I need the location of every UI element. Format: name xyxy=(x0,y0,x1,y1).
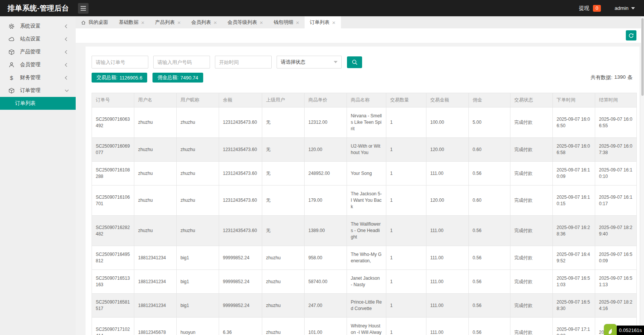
table-cell: SC25090716513163 xyxy=(92,270,134,294)
column-header: 交易金额 xyxy=(426,93,469,108)
search-icon xyxy=(352,59,358,65)
withdraw-count-badge[interactable]: 0 xyxy=(593,5,601,12)
table-row: SC2509071658151718812341234big199999852.… xyxy=(92,294,637,318)
table-cell: zhuzhu xyxy=(177,108,219,138)
table-cell: SC25090716495812 xyxy=(92,246,134,270)
table-cell: 0.56 xyxy=(469,216,510,246)
refresh-button[interactable] xyxy=(626,30,636,41)
table-cell: 无 xyxy=(262,108,305,138)
table-cell: 完成付款 xyxy=(510,270,553,294)
table-cell: zhuzhu xyxy=(134,162,177,185)
table-cell: 完成付款 xyxy=(510,294,553,318)
tab-close-icon[interactable]: × xyxy=(141,20,145,25)
table-row: SC25090716106701zhuzhuzhuzhu12312435473.… xyxy=(92,185,637,216)
withdraw-link[interactable]: 提现 xyxy=(579,5,589,12)
table-cell: The Who-My Generation, xyxy=(347,246,386,270)
table-cell: 12312.00 xyxy=(305,108,347,138)
table-cell: 111.00 xyxy=(426,246,469,270)
sidebar-item-member[interactable]: 会员管理 xyxy=(0,58,76,71)
sidebar-item-order[interactable]: 订单管理 xyxy=(0,84,76,97)
table-cell: 179.00 xyxy=(305,185,347,216)
sidebar-subitem-label: 订单列表 xyxy=(15,100,36,107)
tab-label: 钱包明细 xyxy=(274,19,293,26)
tab-desktop[interactable]: 我的桌面 xyxy=(76,16,114,28)
table-cell: 111.00 xyxy=(426,216,469,246)
tab-wallet-detail[interactable]: 钱包明细× xyxy=(268,16,305,28)
table-cell: 248952.00 xyxy=(305,162,347,185)
table-cell: 无 xyxy=(262,162,305,185)
table-cell: SC25090717102414 xyxy=(92,318,134,335)
cloud-icon xyxy=(8,36,15,42)
tab-close-icon[interactable]: × xyxy=(296,20,299,25)
table-cell: zhuzhu xyxy=(177,162,219,185)
chevron-down-icon xyxy=(65,88,69,92)
table-cell: 1 xyxy=(386,162,426,185)
sidebar: 系统设置站点设置产品管理会员管理$财务管理订单管理订单列表 xyxy=(0,16,76,335)
commission-total-badge[interactable]: 佣金总额: 7490.74 xyxy=(152,73,203,83)
table-cell: 2025-09-07 16:49:52 xyxy=(553,246,595,270)
status-select[interactable]: 请选择状态 xyxy=(277,56,342,69)
table-cell: 无 xyxy=(262,138,305,162)
sidebar-toggle-button[interactable] xyxy=(78,3,89,14)
table-cell: 100.00 xyxy=(426,108,469,138)
table-cell: zhuzhu xyxy=(262,270,305,294)
table-cell: 120.00 xyxy=(426,138,469,162)
vertical-scrollbar[interactable] xyxy=(641,16,644,335)
sidebar-item-finance[interactable]: $财务管理 xyxy=(0,71,76,84)
tab-close-icon[interactable]: × xyxy=(332,20,336,25)
table-cell: 2025-09-07 17:10:02 xyxy=(553,318,595,335)
order-no-input[interactable] xyxy=(92,56,148,69)
top-bar: 排单系统-管理后台 提现 0 admin xyxy=(0,0,644,16)
tab-close-icon[interactable]: × xyxy=(177,20,181,25)
table-row: SC25090716282482zhuzhuzhuzhu12312435473.… xyxy=(92,216,637,246)
toolbar-strip xyxy=(76,28,644,43)
table-cell: 2025-09-07 16:07:38 xyxy=(595,138,637,162)
table-cell: SC25090716581517 xyxy=(92,294,134,318)
table-cell: 完成付款 xyxy=(510,246,553,270)
table-cell: 1 xyxy=(386,246,426,270)
sidebar-item-label: 产品管理 xyxy=(20,48,40,55)
table-cell: 2025-09-07 18:24:16 xyxy=(595,294,637,318)
table-cell: Your Song xyxy=(347,162,386,185)
sidebar-subitem-order-list[interactable]: 订单列表 xyxy=(0,97,76,110)
user-menu[interactable]: admin xyxy=(614,5,628,11)
table-cell: zhuzhu xyxy=(177,216,219,246)
cube-icon xyxy=(8,87,15,94)
table-cell: big1 xyxy=(177,246,219,270)
tab-member-level-list[interactable]: 会员等级列表× xyxy=(222,16,268,28)
tab-close-icon[interactable]: × xyxy=(214,20,217,25)
table-cell: 1 xyxy=(386,216,426,246)
search-button[interactable] xyxy=(347,56,362,68)
table-cell: 2025-09-07 18:29:40 xyxy=(595,216,637,246)
sidebar-item-site[interactable]: 站点设置 xyxy=(0,33,76,45)
table-cell: zhuzhu xyxy=(262,246,305,270)
order-table: 订单号用户名用户昵称余额上级用户商品单价商品名称交易数量交易金额佣金交易状态下单… xyxy=(92,93,637,335)
start-time-input[interactable] xyxy=(215,56,272,69)
chevron-left-icon xyxy=(65,63,69,67)
table-cell: 2025-09-07 16:06:55 xyxy=(595,108,637,138)
stats-row: 交易总额: 1126905.6 佣金总额: 7490.74 共有数据: 1390… xyxy=(92,73,633,83)
table-cell: 2025-09-07 16:58:30 xyxy=(553,294,595,318)
tab-close-icon[interactable]: × xyxy=(260,20,263,25)
scrollbar-thumb[interactable] xyxy=(641,18,644,96)
user-no-input[interactable] xyxy=(153,56,210,69)
table-cell: 2025-09-07 16:51:13 xyxy=(595,270,637,294)
tab-bar: 我的桌面基础数据×产品列表×会员列表×会员等级列表×钱包明细×订单列表× xyxy=(76,16,644,28)
table-cell: 2025-09-07 16:10:10 xyxy=(595,162,637,185)
table-row: SC2509071710241418812345678huoyun6.36zhu… xyxy=(92,318,637,335)
tab-order-list[interactable]: 订单列表× xyxy=(305,16,341,28)
sidebar-item-system[interactable]: 系统设置 xyxy=(0,20,76,33)
table-row: SC2509071651316318812341234big199999852.… xyxy=(92,270,637,294)
table-cell: 1 xyxy=(386,108,426,138)
tab-base-data[interactable]: 基础数据× xyxy=(114,16,150,28)
main-area: 我的桌面基础数据×产品列表×会员列表×会员等级列表×钱包明细×订单列表× 请选择… xyxy=(76,16,644,335)
page-load-widget: 0.052161s xyxy=(604,321,644,335)
column-header: 交易数量 xyxy=(386,93,426,108)
tab-member-list[interactable]: 会员列表× xyxy=(186,16,222,28)
table-cell: 2025-09-07 16:06:50 xyxy=(553,108,595,138)
column-header: 余额 xyxy=(219,93,262,108)
sidebar-item-product[interactable]: 产品管理 xyxy=(0,45,76,58)
table-cell: 18812341234 xyxy=(134,246,177,270)
trade-total-badge[interactable]: 交易总额: 1126905.6 xyxy=(92,73,147,83)
tab-product-list[interactable]: 产品列表× xyxy=(150,16,186,28)
